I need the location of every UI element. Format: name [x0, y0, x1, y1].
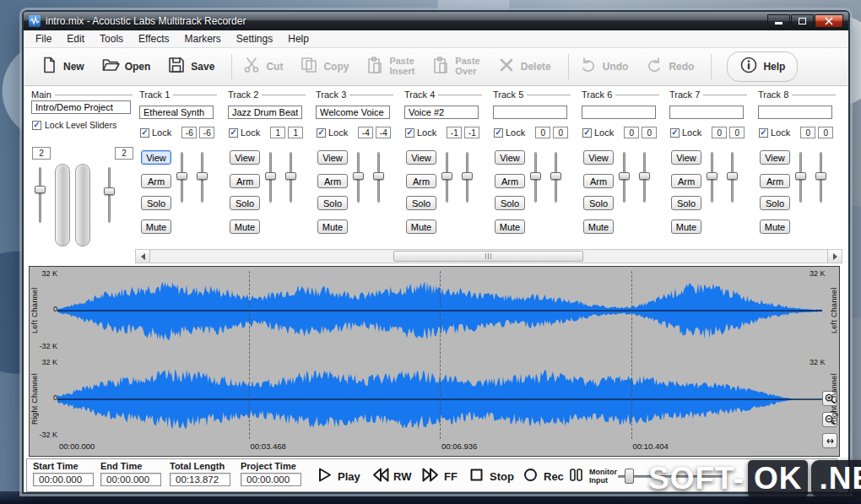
- left-level-slider[interactable]: [265, 152, 276, 203]
- main-right-level-value[interactable]: 2: [115, 147, 133, 160]
- level-right-value[interactable]: 0: [553, 127, 568, 138]
- maximize-button[interactable]: [791, 14, 814, 28]
- arm-button[interactable]: Arm: [317, 174, 348, 188]
- mute-button[interactable]: Mute: [230, 219, 260, 234]
- arm-button[interactable]: Arm: [141, 174, 171, 188]
- lock-checkbox[interactable]: ✓: [405, 128, 414, 138]
- left-level-slider[interactable]: [707, 152, 718, 203]
- left-level-slider[interactable]: [530, 152, 541, 203]
- horizontal-scrollbar[interactable]: [135, 249, 842, 263]
- view-button[interactable]: View: [141, 150, 171, 165]
- level-left-value[interactable]: 0: [535, 127, 550, 138]
- arm-button[interactable]: Arm: [406, 174, 436, 188]
- left-level-slider[interactable]: [441, 152, 452, 203]
- view-button[interactable]: View: [495, 150, 525, 165]
- view-button[interactable]: View: [406, 150, 436, 165]
- track-name-input[interactable]: [228, 106, 302, 119]
- slider-thumb[interactable]: [285, 172, 296, 180]
- menu-item-help[interactable]: Help: [280, 30, 317, 48]
- level-right-value[interactable]: -1: [464, 127, 479, 138]
- slider-thumb[interactable]: [176, 172, 187, 180]
- right-level-slider[interactable]: [373, 152, 384, 203]
- slider-thumb[interactable]: [815, 172, 826, 180]
- right-level-slider[interactable]: [285, 152, 296, 203]
- toolbar-button-open[interactable]: Open: [101, 56, 151, 78]
- level-left-value[interactable]: -1: [447, 127, 462, 138]
- lock-checkbox[interactable]: ✓: [670, 128, 680, 138]
- track-name-input[interactable]: [493, 106, 567, 119]
- view-button[interactable]: View: [760, 150, 790, 165]
- level-right-value[interactable]: 0: [642, 127, 657, 138]
- toolbar-button-save[interactable]: Save: [167, 56, 214, 78]
- slider-thumb[interactable]: [265, 172, 276, 180]
- left-level-slider[interactable]: [795, 152, 806, 203]
- solo-button[interactable]: Solo: [583, 196, 614, 210]
- level-right-value[interactable]: -4: [376, 127, 391, 138]
- slider-thumb[interactable]: [707, 172, 718, 180]
- right-level-slider[interactable]: [550, 152, 561, 203]
- arm-button[interactable]: Arm: [230, 174, 260, 188]
- level-right-value[interactable]: 1: [288, 127, 303, 138]
- left-level-slider[interactable]: [176, 152, 187, 203]
- slider-thumb[interactable]: [35, 186, 46, 193]
- scrollbar-thumb[interactable]: [393, 251, 583, 262]
- lock-checkbox[interactable]: ✓: [759, 128, 768, 138]
- main-right-level-slider[interactable]: [104, 167, 115, 223]
- monitor-button[interactable]: MonitorInput: [567, 466, 617, 487]
- right-level-slider[interactable]: [815, 152, 826, 203]
- slider-thumb[interactable]: [795, 172, 806, 180]
- level-left-value[interactable]: -4: [358, 127, 373, 138]
- slider-thumb[interactable]: [619, 172, 630, 180]
- slider-thumb[interactable]: [639, 172, 650, 180]
- slider-thumb[interactable]: [550, 172, 561, 180]
- menu-item-settings[interactable]: Settings: [229, 30, 280, 48]
- lock-checkbox[interactable]: ✓: [582, 128, 592, 138]
- solo-button[interactable]: Solo: [141, 196, 171, 210]
- view-button[interactable]: View: [230, 150, 260, 165]
- ff-button[interactable]: FF: [422, 466, 458, 487]
- right-level-slider[interactable]: [197, 152, 208, 203]
- scroll-right-arrow[interactable]: [827, 250, 842, 263]
- arm-button[interactable]: Arm: [495, 174, 525, 188]
- track-name-input[interactable]: [758, 106, 832, 119]
- scroll-left-arrow[interactable]: [136, 250, 150, 263]
- right-level-slider[interactable]: [639, 152, 650, 203]
- rw-button[interactable]: RW: [371, 466, 411, 487]
- close-button[interactable]: [815, 14, 843, 28]
- left-level-slider[interactable]: [353, 152, 364, 203]
- mute-button[interactable]: Mute: [141, 219, 171, 234]
- slider-thumb[interactable]: [197, 172, 208, 180]
- arm-button[interactable]: Arm: [583, 174, 614, 188]
- stop-button[interactable]: Stop: [468, 466, 514, 487]
- rec-button[interactable]: Rec: [522, 466, 564, 487]
- lock-level-sliders-checkbox[interactable]: ✓: [32, 121, 41, 130]
- mute-button[interactable]: Mute: [671, 219, 701, 234]
- arm-button[interactable]: Arm: [760, 174, 790, 188]
- mute-button[interactable]: Mute: [583, 219, 614, 234]
- menu-item-effects[interactable]: Effects: [131, 30, 176, 48]
- play-button[interactable]: Play: [316, 466, 360, 487]
- minimize-button[interactable]: [767, 14, 790, 28]
- mute-button[interactable]: Mute: [760, 219, 790, 234]
- level-left-value[interactable]: 0: [712, 127, 727, 138]
- level-left-value[interactable]: 0: [624, 127, 639, 138]
- track-name-input[interactable]: [139, 106, 214, 119]
- mute-button[interactable]: Mute: [317, 219, 348, 234]
- solo-button[interactable]: Solo: [317, 196, 348, 210]
- mute-button[interactable]: Mute: [495, 219, 525, 234]
- menu-item-file[interactable]: File: [28, 30, 59, 48]
- slider-thumb[interactable]: [530, 172, 541, 180]
- level-left-value[interactable]: -6: [181, 127, 197, 138]
- slider-thumb[interactable]: [353, 172, 364, 180]
- solo-button[interactable]: Solo: [230, 196, 260, 210]
- slider-thumb[interactable]: [104, 187, 115, 195]
- solo-button[interactable]: Solo: [406, 196, 436, 210]
- menu-item-tools[interactable]: Tools: [92, 30, 131, 48]
- lock-checkbox[interactable]: ✓: [317, 128, 326, 138]
- toolbar-button-help[interactable]: Help: [727, 51, 798, 82]
- level-left-value[interactable]: 0: [800, 127, 815, 138]
- view-button[interactable]: View: [317, 150, 348, 165]
- slider-thumb[interactable]: [462, 172, 473, 180]
- menu-item-markers[interactable]: Markers: [177, 30, 229, 48]
- left-level-slider[interactable]: [619, 152, 630, 203]
